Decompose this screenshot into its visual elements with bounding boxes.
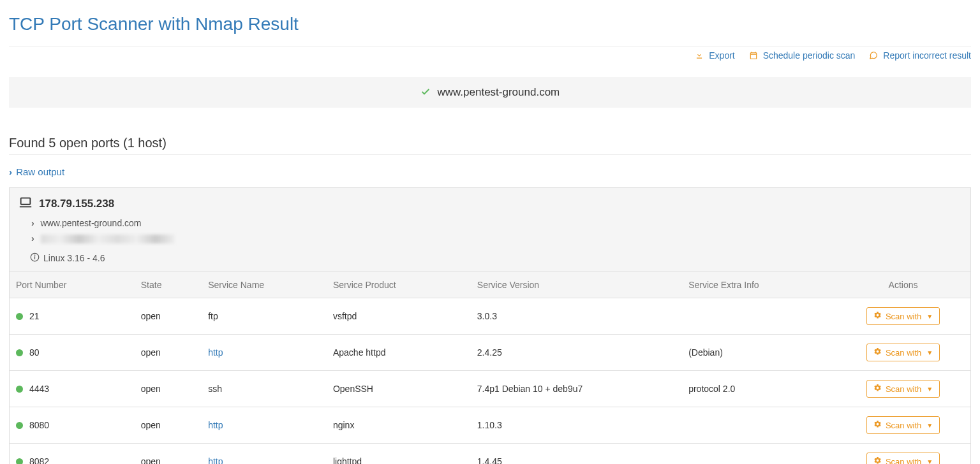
cell-version: 7.4p1 Debian 10 + deb9u7 <box>471 371 682 407</box>
svg-rect-0 <box>21 198 31 205</box>
cell-version: 1.10.3 <box>471 407 682 444</box>
col-actions: Actions <box>836 272 970 298</box>
cell-actions: Scan with▼ <box>836 444 970 464</box>
scan-with-label: Scan with <box>886 384 921 394</box>
cell-extra <box>682 407 836 444</box>
cell-service: ssh <box>202 371 327 407</box>
cell-service: ftp <box>202 298 327 335</box>
caret-down-icon: ▼ <box>926 313 933 320</box>
host-rdns-label: www.pentest-ground.com <box>41 218 142 228</box>
host-rdns-row[interactable]: › www.pentest-ground.com <box>10 215 970 231</box>
schedule-link[interactable]: Schedule periodic scan <box>749 50 858 61</box>
export-link[interactable]: Export <box>695 50 737 61</box>
host-ip: 178.79.155.238 <box>39 198 114 210</box>
raw-output-toggle[interactable]: › Raw output <box>9 166 64 177</box>
col-extra: Service Extra Info <box>682 272 836 298</box>
check-icon <box>420 86 434 98</box>
table-row: 21openftpvsftpd3.0.3Scan with▼ <box>10 298 970 335</box>
port-number: 21 <box>29 311 40 321</box>
cell-port: 8080 <box>10 407 135 444</box>
gear-icon <box>873 347 882 358</box>
col-port: Port Number <box>10 272 135 298</box>
port-number: 4443 <box>29 384 49 394</box>
chevron-right-icon: › <box>31 218 34 228</box>
cell-product: vsftpd <box>327 298 471 335</box>
service-link[interactable]: http <box>208 420 223 430</box>
target-bar: www.pentest-ground.com <box>9 77 971 108</box>
scan-with-label: Scan with <box>886 312 921 321</box>
cell-port: 8082 <box>10 444 135 464</box>
caret-down-icon: ▼ <box>926 458 933 464</box>
comment-icon <box>869 50 880 61</box>
cell-state: open <box>135 335 202 371</box>
cell-state: open <box>135 371 202 407</box>
host-os-label: Linux 3.16 - 4.6 <box>43 253 105 263</box>
cell-actions: Scan with▼ <box>836 298 970 335</box>
service-link[interactable]: http <box>208 456 223 464</box>
laptop-icon <box>19 196 33 212</box>
download-icon <box>695 50 706 61</box>
scan-with-button[interactable]: Scan with▼ <box>866 416 940 434</box>
scan-with-button[interactable]: Scan with▼ <box>866 380 940 398</box>
cell-state: open <box>135 298 202 335</box>
calendar-icon <box>749 50 761 61</box>
gear-icon <box>873 420 882 430</box>
host-alt-rdns-row[interactable]: › <box>10 231 970 246</box>
port-number: 8082 <box>29 456 49 464</box>
scan-with-button[interactable]: Scan with▼ <box>866 344 940 361</box>
raw-output-label: Raw output <box>16 166 64 177</box>
cell-actions: Scan with▼ <box>836 407 970 444</box>
found-divider <box>9 154 971 155</box>
cell-state: open <box>135 407 202 444</box>
status-dot-icon <box>16 349 23 356</box>
target-host-label: www.pentest-ground.com <box>437 86 560 98</box>
col-state: State <box>135 272 202 298</box>
redacted-hostname <box>41 235 175 243</box>
scan-with-button[interactable]: Scan with▼ <box>866 307 940 325</box>
cell-extra: (Debian) <box>682 335 836 371</box>
cell-extra <box>682 444 836 464</box>
status-dot-icon <box>16 458 23 464</box>
scan-with-button[interactable]: Scan with▼ <box>866 453 940 464</box>
scan-with-label: Scan with <box>886 348 921 358</box>
scan-with-label: Scan with <box>886 457 921 464</box>
port-number: 8080 <box>29 420 49 430</box>
cell-port: 80 <box>10 335 135 371</box>
cell-port: 4443 <box>10 371 135 407</box>
table-row: 8080openhttpnginx1.10.3Scan with▼ <box>10 407 970 444</box>
cell-service: http <box>202 444 327 464</box>
caret-down-icon: ▼ <box>926 422 933 429</box>
caret-down-icon: ▼ <box>926 386 933 393</box>
found-ports-title: Found 5 open ports (1 host) <box>9 136 971 150</box>
table-row: 4443opensshOpenSSH7.4p1 Debian 10 + deb9… <box>10 371 970 407</box>
host-os-row: Linux 3.16 - 4.6 <box>10 246 970 272</box>
cell-version: 1.4.45 <box>471 444 682 464</box>
cell-actions: Scan with▼ <box>836 371 970 407</box>
cell-product: Apache httpd <box>327 335 471 371</box>
scan-with-label: Scan with <box>886 421 921 430</box>
report-link[interactable]: Report incorrect result <box>869 50 971 61</box>
cell-product: nginx <box>327 407 471 444</box>
col-service: Service Name <box>202 272 327 298</box>
info-icon <box>30 252 40 264</box>
col-product: Service Product <box>327 272 471 298</box>
cell-version: 2.4.25 <box>471 335 682 371</box>
top-actions-bar: Export Schedule periodic scan Report inc… <box>9 50 971 61</box>
cell-state: open <box>135 444 202 464</box>
cell-actions: Scan with▼ <box>836 335 970 371</box>
table-row: 80openhttpApache httpd2.4.25(Debian)Scan… <box>10 335 970 371</box>
cell-service: http <box>202 407 327 444</box>
host-header: 178.79.155.238 <box>10 188 970 215</box>
cell-port: 21 <box>10 298 135 335</box>
host-panel: 178.79.155.238 › www.pentest-ground.com … <box>9 187 971 464</box>
gear-icon <box>873 384 882 394</box>
report-label: Report incorrect result <box>883 50 971 61</box>
cell-extra <box>682 298 836 335</box>
chevron-right-icon: › <box>31 233 34 243</box>
cell-product: lighttpd <box>327 444 471 464</box>
export-label: Export <box>709 50 734 61</box>
gear-icon <box>873 456 882 464</box>
service-link[interactable]: http <box>208 347 223 358</box>
col-version: Service Version <box>471 272 682 298</box>
cell-extra: protocol 2.0 <box>682 371 836 407</box>
